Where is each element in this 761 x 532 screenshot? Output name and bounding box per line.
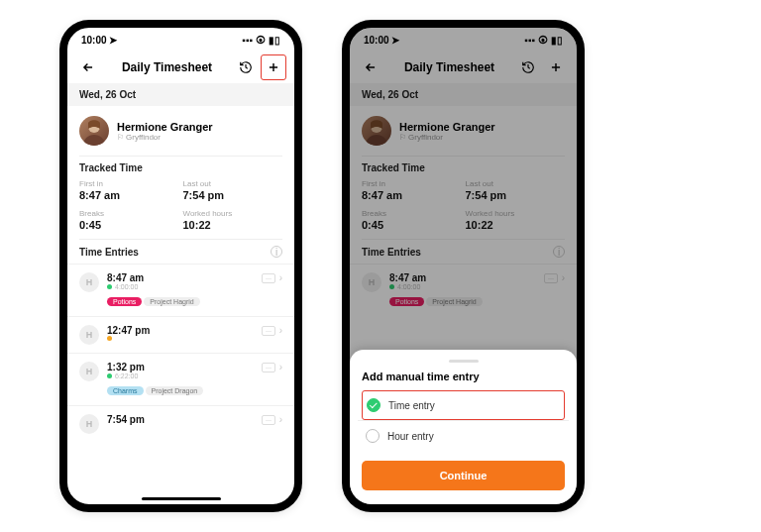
time-entry-row[interactable]: H7:54 pm⋯› — [67, 405, 294, 442]
entry-avatar: H — [79, 362, 99, 381]
worked-value: 10:22 — [183, 219, 283, 231]
date-bar: Wed, 26 Oct — [67, 83, 294, 106]
note-icon: ⋯ — [262, 326, 275, 336]
entry-time: 1:32 pm — [107, 362, 254, 372]
page-title: Daily Timesheet — [122, 60, 212, 74]
sheet-title: Add manual time entry — [362, 371, 565, 382]
history-button[interactable] — [515, 54, 541, 80]
entry-time: 8:47 am — [107, 272, 254, 283]
entry-tag: Project Hagrid — [426, 297, 482, 306]
radio-icon — [366, 429, 380, 443]
tracked-time-grid: First in8:47 am Last out7:54 pm Breaks0:… — [67, 177, 294, 239]
last-out-value: 7:54 pm — [183, 189, 283, 201]
add-entry-button[interactable] — [261, 54, 286, 80]
time-entries-title: Time Entries — [79, 247, 139, 258]
entry-avatar: H — [362, 272, 381, 292]
status-dot — [107, 373, 112, 378]
note-icon: ⋯ — [262, 273, 275, 283]
status-bar: 10:00 ➤ ▪▪▪⦿▮▯ — [350, 28, 577, 52]
entry-tag: Project Dragon — [146, 386, 204, 395]
entry-time: 12:47 pm — [107, 325, 254, 336]
status-dot — [389, 284, 394, 289]
user-name: Hermione Granger — [117, 121, 213, 133]
time-entry-row[interactable]: H12:47 pm⋯› — [67, 316, 294, 353]
note-icon: ⋯ — [544, 273, 558, 283]
team-icon: ⚐ — [117, 133, 124, 142]
wifi-icon: ⦿ — [256, 35, 266, 46]
status-dot — [107, 284, 112, 289]
entry-tag: Project Hagrid — [144, 297, 199, 306]
chevron-right-icon: › — [562, 272, 565, 283]
status-dot — [107, 336, 112, 341]
phone-daily-timesheet: 10:00 ➤ ▪▪▪ ⦿ ▮▯ Daily Timesheet Wed, 26… — [59, 20, 302, 512]
phone-add-entry-sheet: 10:00 ➤ ▪▪▪⦿▮▯ Daily Timesheet Wed, 26 O… — [342, 20, 585, 512]
entry-duration: 4:00:00 — [389, 283, 536, 290]
entry-duration: 6:22:00 — [107, 372, 254, 379]
battery-icon: ▮▯ — [269, 35, 280, 46]
entry-time: 8:47 am — [389, 272, 536, 283]
entry-tag: Potions — [107, 297, 142, 306]
entry-duration — [107, 336, 254, 341]
entry-tag: Potions — [389, 297, 424, 306]
continue-button[interactable]: Continue — [362, 461, 565, 490]
option-hour-entry[interactable]: Hour entry — [362, 421, 565, 451]
info-icon[interactable]: i — [271, 246, 282, 258]
add-entry-button[interactable] — [543, 54, 569, 80]
location-icon: ➤ — [109, 35, 117, 46]
add-entry-sheet: Add manual time entry Time entry Hour en… — [350, 350, 577, 504]
user-team: ⚐Gryffindor — [117, 133, 213, 142]
chevron-right-icon: › — [279, 325, 282, 336]
back-button[interactable] — [358, 54, 383, 80]
sheet-handle[interactable] — [449, 360, 479, 363]
entry-duration: 4:00:00 — [107, 283, 254, 290]
chevron-right-icon: › — [279, 414, 282, 425]
avatar — [79, 116, 109, 146]
history-button[interactable] — [233, 54, 259, 80]
info-icon[interactable]: i — [553, 246, 565, 258]
radio-checked-icon — [367, 398, 380, 412]
signal-icon: ▪▪▪ — [242, 35, 253, 46]
app-header: Daily Timesheet — [67, 52, 294, 83]
breaks-value: 0:45 — [79, 219, 179, 231]
note-icon: ⋯ — [262, 363, 275, 372]
entry-avatar: H — [79, 325, 99, 345]
status-bar: 10:00 ➤ ▪▪▪ ⦿ ▮▯ — [67, 28, 294, 52]
tracked-time-title: Tracked Time — [67, 157, 294, 177]
chevron-right-icon: › — [279, 362, 282, 372]
home-indicator — [142, 497, 221, 500]
user-row: Hermione Granger ⚐Gryffindor — [67, 106, 294, 156]
status-indicators: ▪▪▪ ⦿ ▮▯ — [242, 35, 280, 46]
entry-avatar: H — [79, 272, 99, 292]
time-entry-row[interactable]: H1:32 pm6:22:00CharmsProject Dragon⋯› — [67, 353, 294, 405]
time-entry-row[interactable]: H8:47 am4:00:00PotionsProject Hagrid⋯› — [350, 264, 577, 316]
time-entries-list: H8:47 am4:00:00PotionsProject Hagrid⋯›H1… — [67, 264, 294, 504]
app-header: Daily Timesheet — [350, 52, 577, 83]
entry-time: 7:54 pm — [107, 414, 254, 425]
chevron-right-icon: › — [279, 272, 282, 283]
note-icon: ⋯ — [262, 415, 275, 425]
back-button[interactable] — [75, 54, 101, 80]
entry-avatar: H — [79, 414, 99, 434]
time-entry-row[interactable]: H8:47 am4:00:00PotionsProject Hagrid⋯› — [67, 264, 294, 316]
avatar — [362, 116, 391, 146]
option-time-entry[interactable]: Time entry — [362, 390, 565, 420]
first-in-value: 8:47 am — [79, 189, 179, 201]
entry-tag: Charms — [107, 386, 144, 395]
